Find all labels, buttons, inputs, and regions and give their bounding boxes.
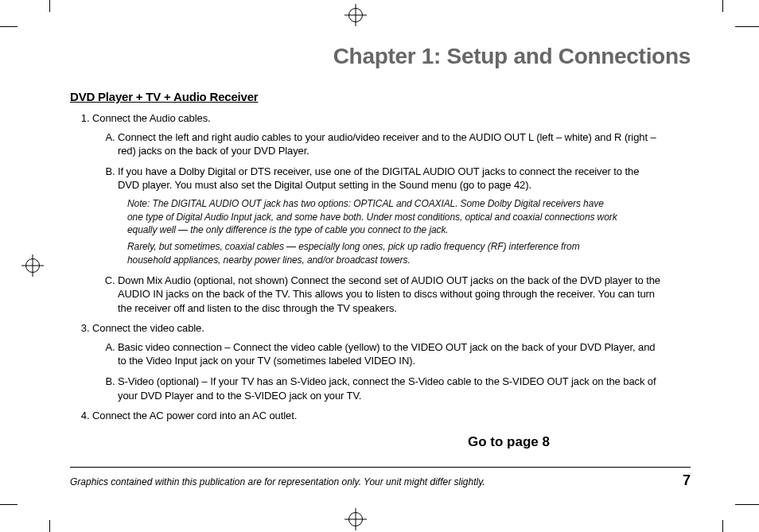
steps-list: Connect the Audio cables. Connect the le…	[70, 111, 691, 423]
substeps-1: Connect the left and right audio cables …	[92, 130, 691, 316]
step-3b: S-Video (optional) – If your TV has an S…	[118, 375, 691, 402]
crop-mark	[722, 0, 723, 12]
crop-mark	[49, 0, 50, 12]
substeps-3: Basic video connection – Connect the vid…	[92, 340, 691, 402]
step-3: Connect the video cable. Basic video con…	[92, 321, 691, 402]
step-1c: Down Mix Audio (optional, not shown) Con…	[118, 274, 691, 316]
section-heading: DVD Player + TV + Audio Receiver	[70, 90, 691, 103]
crop-mark	[49, 520, 50, 532]
chapter-title: Chapter 1: Setup and Connections	[70, 44, 691, 69]
registration-mark-icon	[348, 8, 363, 22]
note-text: Rarely, but sometimes, coaxial cables — …	[127, 240, 621, 267]
step-text: Connect the video cable.	[92, 322, 204, 334]
step-3a: Basic video connection – Connect the vid…	[118, 340, 691, 368]
step-1: Connect the Audio cables. Connect the le…	[92, 111, 691, 315]
step-text: If you have a Dolby Digital or DTS recei…	[118, 165, 639, 192]
step-4: Connect the AC power cord into an AC out…	[92, 409, 691, 423]
step-1b: If you have a Dolby Digital or DTS recei…	[118, 165, 691, 267]
page-footer: Graphics contained within this publicati…	[70, 467, 691, 489]
step-text: Connect the Audio cables.	[92, 112, 211, 124]
crop-mark	[735, 26, 759, 27]
footer-disclaimer: Graphics contained within this publicati…	[70, 476, 485, 487]
page-body: Chapter 1: Setup and Connections DVD Pla…	[70, 44, 691, 489]
crop-mark	[722, 520, 723, 532]
goto-page: Go to page 8	[468, 434, 691, 450]
crop-mark	[0, 504, 18, 505]
registration-mark-icon	[25, 258, 40, 273]
crop-mark	[735, 504, 759, 505]
registration-mark-icon	[348, 512, 363, 526]
crop-mark	[0, 26, 18, 27]
step-1a: Connect the left and right audio cables …	[118, 130, 691, 158]
page-number: 7	[683, 472, 691, 489]
note-text: Note: The DIGITAL AUDIO OUT jack has two…	[127, 197, 621, 237]
